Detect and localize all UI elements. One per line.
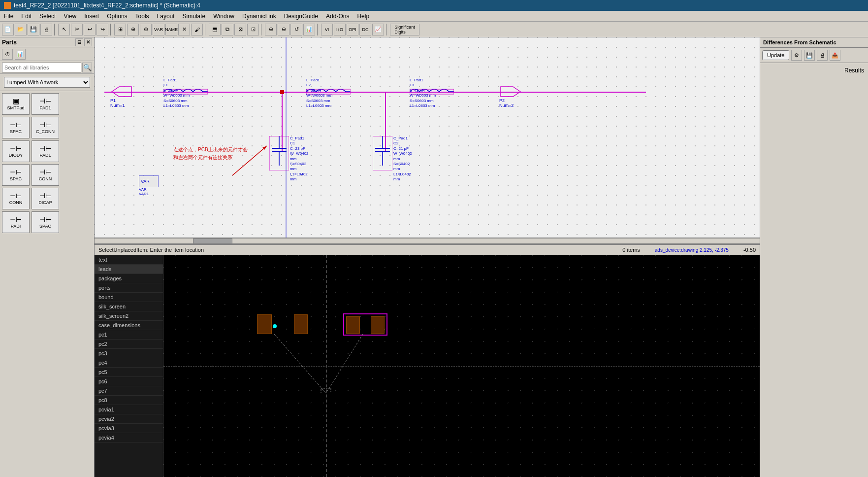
layer-pc6[interactable]: pc6 — [95, 377, 163, 386]
io-button[interactable]: I↑O — [334, 24, 346, 35]
menu-edit[interactable]: Edit — [17, 12, 35, 21]
part-pad1[interactable]: ⊣⊢ PAD1 — [32, 93, 59, 115]
c1-node-dot[interactable] — [280, 90, 284, 94]
part-pad1b[interactable]: ⊣⊢ PAD1 — [32, 140, 59, 162]
search-filter-button[interactable]: 🔍 — [82, 63, 92, 72]
undo-button[interactable]: ↩ — [84, 24, 96, 35]
var-button[interactable]: VAR — [153, 24, 164, 35]
menu-view[interactable]: View — [60, 12, 80, 21]
schematic-canvas[interactable]: P1Num=1 L_Pad1L1L=29 nHW=W0603 mmS=S0603… — [95, 37, 760, 243]
h-scrollbar-thumb[interactable] — [193, 238, 232, 244]
part-cconn[interactable]: ⊣⊢ C_CONN — [32, 117, 59, 138]
diff-save-button[interactable]: 💾 — [804, 50, 815, 61]
layer-bound[interactable]: bound — [95, 293, 163, 302]
menu-simulate[interactable]: Simulate — [179, 12, 210, 21]
print-button[interactable]: 🖨 — [40, 24, 52, 35]
pcb-view[interactable] — [163, 255, 760, 477]
zoom-in-button[interactable]: ⊕ — [265, 24, 277, 35]
zoom-out-button[interactable]: ⊖ — [278, 24, 289, 35]
save-button[interactable]: 💾 — [28, 24, 39, 35]
recent-parts-button[interactable]: ⏱ — [2, 49, 13, 60]
cut-button[interactable]: ✂ — [71, 24, 83, 35]
menu-dynamiclink[interactable]: DynamicLink — [238, 12, 280, 21]
snap2-button[interactable]: ⊡ — [247, 24, 259, 35]
dc-button[interactable]: DC — [359, 24, 371, 35]
layer-pc5[interactable]: pc5 — [95, 368, 163, 377]
var-block[interactable]: VAR VARVAR1 — [139, 175, 159, 189]
select-button[interactable]: ↖ — [58, 24, 70, 35]
layer-ports[interactable]: ports — [95, 283, 163, 293]
part-smtpad[interactable]: ▣ SMTPad — [2, 93, 30, 115]
layer-pc7[interactable]: pc7 — [95, 386, 163, 396]
diff-print-button[interactable]: 🖨 — [817, 50, 828, 61]
layer-text[interactable]: text — [95, 255, 163, 265]
menu-addons[interactable]: Add-Ons — [322, 12, 353, 21]
chart-parts-button[interactable]: 📊 — [15, 49, 26, 60]
layer-pc3[interactable]: pc3 — [95, 349, 163, 358]
menu-tools[interactable]: Tools — [131, 12, 153, 21]
new-button[interactable]: 📄 — [2, 24, 14, 35]
part-conn[interactable]: ⊣⊢ CONN — [32, 164, 59, 186]
chart-button[interactable]: 📈 — [372, 24, 384, 35]
library-select[interactable]: Lumped-With Artwork — [4, 77, 90, 88]
schematic-view[interactable]: P1Num=1 L_Pad1L1L=29 nHW=W0603 mmS=S0603… — [95, 37, 760, 244]
inductor-l3[interactable]: L_Pad1L3L=43 nHW=W0603 mmS=S0603 mmL1=L0… — [410, 87, 454, 98]
port-p2[interactable]: P2Num=2 — [498, 85, 523, 100]
capacitor-c2[interactable]: C_Pad1C2C=21 pFW=W0402 mmS=S0402 mmL1=L0… — [373, 136, 392, 172]
layer-pc4[interactable]: pc4 — [95, 358, 163, 368]
menu-insert[interactable]: Insert — [80, 12, 103, 21]
layer-silk-screen[interactable]: silk_screen — [95, 302, 163, 311]
menu-layout[interactable]: Layout — [153, 12, 179, 21]
layer-pcvia1[interactable]: pcvia1 — [95, 405, 163, 414]
copy-button[interactable]: ⧉ — [222, 24, 233, 35]
menu-designguide[interactable]: DesignGuide — [280, 12, 322, 21]
h-scrollbar[interactable] — [95, 238, 760, 243]
part-dicap[interactable]: ⊣⊢ DICAP — [32, 188, 59, 209]
inductor-l1[interactable]: L_Pad1L1L=29 nHW=W0603 mmS=S0603 mmL1=L0… — [163, 87, 208, 98]
sig-digits-button[interactable]: Significant Digits — [390, 24, 419, 35]
layer-pcvia2[interactable]: pcvia2 — [95, 414, 163, 424]
wire-button[interactable]: ⊞ — [114, 24, 126, 35]
layer-pc8[interactable]: pc8 — [95, 396, 163, 405]
opi-button[interactable]: OPI — [347, 24, 358, 35]
paint-button[interactable]: 🖌 — [191, 24, 203, 35]
diff-export-button[interactable]: 📤 — [830, 50, 840, 61]
hierarchy-button[interactable]: ⬒ — [209, 24, 221, 35]
delete-button[interactable]: ✕ — [178, 24, 190, 35]
menu-help[interactable]: Help — [353, 12, 373, 21]
layer-pcvia3[interactable]: pcvia3 — [95, 424, 163, 433]
part-conn2[interactable]: ⊣⊢ CONN — [2, 188, 30, 209]
part-spac2[interactable]: ⊣⊢ SPAC — [2, 164, 30, 186]
name-button[interactable]: NAME — [165, 24, 177, 35]
parts-close-button[interactable]: ✕ — [84, 38, 92, 46]
part-spac3[interactable]: ⊣⊢ SPAC — [32, 211, 59, 233]
annotate-button[interactable]: 📊 — [303, 24, 315, 35]
port-p1[interactable]: P1Num=1 — [109, 85, 134, 100]
open-button[interactable]: 📂 — [15, 24, 27, 35]
inductor-l2[interactable]: L_Pad1L2L=68 nHW=W0603 mmS=S0603 mmL1=L0… — [306, 87, 351, 98]
redo-button[interactable]: ↪ — [96, 24, 108, 35]
menu-file[interactable]: File — [0, 12, 17, 21]
diff-settings-button[interactable]: ⚙ — [791, 50, 802, 61]
menu-select[interactable]: Select — [35, 12, 60, 21]
layer-silk-screen2[interactable]: silk_screen2 — [95, 311, 163, 321]
layer-pc2[interactable]: pc2 — [95, 340, 163, 349]
part-spac[interactable]: ⊣⊢ SPAC — [2, 117, 30, 138]
part-padi[interactable]: ⊣⊢ PADI — [2, 211, 30, 233]
layer-pc1[interactable]: pc1 — [95, 330, 163, 340]
layer-pcvia4[interactable]: pcvia4 — [95, 433, 163, 443]
parts-restore-button[interactable]: ⊟ — [75, 38, 83, 46]
search-input[interactable] — [2, 63, 81, 72]
ground-button[interactable]: ⊜ — [140, 24, 152, 35]
port-button[interactable]: ⊕ — [127, 24, 139, 35]
layer-packages[interactable]: packages — [95, 274, 163, 283]
refresh-button[interactable]: ↺ — [290, 24, 302, 35]
update-button[interactable]: Update — [762, 50, 789, 60]
menu-window[interactable]: Window — [209, 12, 238, 21]
layer-leads[interactable]: leads — [95, 265, 163, 274]
menu-options[interactable]: Options — [103, 12, 131, 21]
layer-case-dimensions[interactable]: case_dimensions — [95, 321, 163, 330]
part-diody[interactable]: ⊣⊢ DIODY — [2, 140, 30, 162]
snap-button[interactable]: ⊠ — [234, 24, 246, 35]
vi-button[interactable]: VI — [321, 24, 333, 35]
